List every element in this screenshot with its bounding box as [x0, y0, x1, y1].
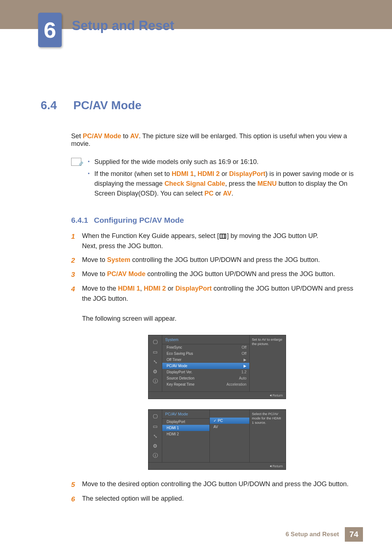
steps-list: 1 When the Function Key Guide appears, s… [71, 231, 363, 324]
osd-row: PC/AV Mode▶ [162, 363, 249, 369]
osd-footer: Return [148, 391, 286, 399]
osd-source-item: HDMI 1 [162, 425, 209, 431]
return-label: Return [272, 464, 283, 468]
text: , [194, 170, 197, 177]
osd-row: DisplayPort Ver.1.2 [162, 369, 249, 375]
osd-row-value: Off [242, 345, 246, 349]
osd-row-value: ▶ [244, 358, 246, 362]
step-text: Move to the desired option controlling t… [82, 479, 348, 490]
osd-source-item: HDMI 2 [162, 431, 209, 437]
osd-title: PC/AV Mode [162, 410, 209, 419]
note-icon [71, 158, 81, 166]
keyword-pc: PC [204, 190, 213, 197]
keyword-hdmi1: HDMI 1 [118, 285, 140, 292]
keyword-displayport: DisplayPort [175, 285, 212, 292]
step-text: Move to System controlling the JOG butto… [82, 255, 320, 266]
step-number: 2 [71, 255, 77, 266]
keyword-menu: MENU [257, 180, 277, 187]
osd-help-text: Set to AV to enlarge the picture. [249, 335, 286, 391]
return-icon [270, 465, 271, 467]
keyword-hdmi2: HDMI 2 [197, 170, 220, 177]
keyword-displayport: DisplayPort [229, 170, 265, 177]
step-number: 6 [71, 494, 77, 504]
text: Move to [82, 256, 107, 263]
text: The following screen will appear. [82, 315, 176, 322]
note-item: If the monitor (when set to HDMI 1, HDMI… [88, 169, 363, 198]
osd-row: Key Repeat TimeAcceleration [162, 381, 249, 387]
note-block: Supplied for the wide models only such a… [71, 157, 363, 201]
text: , press the [225, 180, 257, 187]
osd-row: Off Timer▶ [162, 357, 249, 363]
osd-title: System [162, 335, 249, 344]
gear-icon: ⚙ [152, 443, 159, 449]
osd-row: Source DetectionAuto [162, 375, 249, 381]
osd-row-value: Acceleration [226, 382, 246, 386]
step-number: 1 [71, 231, 77, 251]
step-5: 5 Move to the desired option controlling… [71, 479, 363, 490]
osd-row: Eco Saving PlusOff [162, 350, 249, 357]
step-number: 3 [71, 269, 77, 280]
info-icon: ⓘ [152, 378, 159, 385]
footer-label: 6 Setup and Reset [280, 527, 345, 542]
note-list: Supplied for the wide models only such a… [88, 157, 363, 201]
osd-option-list: ✓PCAV [209, 410, 249, 462]
keyword-hdmi2: HDMI 2 [144, 285, 166, 292]
section-title: PC/AV Mode [73, 99, 142, 112]
osd-row-value: Auto [239, 376, 246, 380]
osd-pcav-panel: 🖵 ▭ ⤡ ⚙ ⓘ PC/AV Mode DisplayPortHDMI 1HD… [148, 409, 286, 470]
intro-text: Set PC/AV Mode to AV. The picture size w… [71, 132, 363, 148]
note-item: Supplied for the wide models only such a… [88, 157, 363, 167]
picture-icon: ▭ [152, 349, 159, 355]
subsection-title: Configuring PC/AV Mode [94, 216, 184, 225]
keyword-av: AV [130, 132, 139, 140]
step-6: 6 The selected option will be applied. [71, 494, 363, 504]
text: . [232, 190, 233, 197]
osd-menu: System FreeSyncOffEco Saving PlusOffOff … [162, 335, 249, 391]
text: or [213, 190, 223, 197]
info-icon: ⓘ [152, 452, 159, 459]
step-text: When the Function Key Guide appears, sel… [82, 231, 318, 251]
keyword-pcavmode: PC/AV Mode [107, 270, 146, 278]
osd-row: FreeSyncOff [162, 344, 249, 350]
step-number: 4 [71, 284, 77, 324]
osd-row-label: Eco Saving Plus [167, 352, 193, 356]
resize-icon: ⤡ [152, 358, 159, 365]
chapter-number: 6 [44, 17, 56, 43]
keyword-av: AV [223, 190, 232, 197]
picture-icon: ▭ [152, 423, 159, 430]
osd-row-label: DisplayPort Ver. [167, 370, 192, 374]
osd-row-label: FreeSync [167, 345, 182, 349]
section-number: 6.4 [41, 99, 66, 112]
osd-sidebar: 🖵 ▭ ⤡ ⚙ ⓘ [148, 335, 162, 391]
text: Next, press the JOG button. [82, 242, 163, 250]
step-4: 4 Move to the HDMI 1, HDMI 2 or DisplayP… [71, 284, 363, 324]
osd-row-label: Source Detection [167, 376, 195, 380]
step-number: 5 [71, 479, 77, 490]
chapter-title: Setup and Reset [72, 18, 174, 33]
keyword-pcavmode: PC/AV Mode [83, 132, 121, 140]
keyword-hdmi1: HDMI 1 [172, 170, 194, 177]
monitor-icon: 🖵 [152, 413, 159, 420]
content: 6.4 PC/AV Mode Set PC/AV Mode to AV. The… [0, 29, 392, 504]
osd-footer: Return [148, 462, 286, 469]
osd-sidebar: 🖵 ▭ ⤡ ⚙ ⓘ [148, 410, 162, 462]
osd-system-panel: 🖵 ▭ ⤡ ⚙ ⓘ System FreeSyncOffEco Saving P… [148, 335, 286, 399]
text: Set [71, 132, 83, 140]
return-icon [270, 394, 271, 397]
text: Move to the [82, 285, 118, 292]
osd-row-label: Off Timer [167, 358, 181, 362]
gear-icon: ⚙ [152, 368, 159, 375]
text: Supplied for the wide models only such a… [94, 158, 258, 165]
osd-source-item: DisplayPort [162, 419, 209, 425]
resize-icon: ⤡ [152, 433, 159, 439]
osd-row-label: Key Repeat Time [167, 382, 195, 386]
section-heading: 6.4 PC/AV Mode [41, 99, 363, 112]
text: controlling the JOG button UP/DOWN and p… [146, 270, 335, 278]
subsection-heading: 6.4.1 Configuring PC/AV Mode [71, 216, 363, 225]
osd-option: ✓PC [210, 418, 249, 424]
osd-source-list: PC/AV Mode DisplayPortHDMI 1HDMI 2 [162, 410, 209, 462]
text: or [220, 170, 229, 177]
osd-help-text: Select the PC/AV mode for the HDMI 1 sou… [249, 410, 286, 462]
text: If the monitor (when set to [94, 170, 172, 177]
keyword-system: System [107, 256, 130, 263]
